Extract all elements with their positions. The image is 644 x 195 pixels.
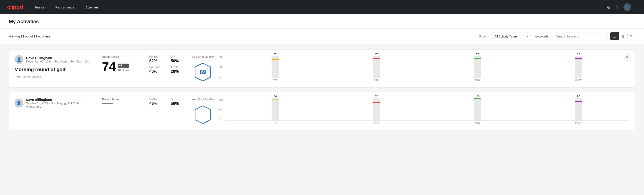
shot-quality-section: Avg Shot Quality 89 100 50 0	[192, 55, 630, 82]
page-header: My Activities	[0, 14, 644, 28]
score-details: +4 18 Holes	[118, 64, 129, 73]
stat-row-top: FW Hit 62% GIR 50%	[149, 55, 185, 63]
chart-x-label-ott: OTT	[226, 79, 324, 82]
hexagon-container: 89	[192, 62, 214, 82]
activity-title: Morning round of golf	[14, 67, 95, 72]
avatar: 👤	[14, 98, 23, 108]
bar-group-ott: 85	[226, 56, 324, 78]
stat-value: 28%	[171, 69, 185, 74]
score-badge: +4	[118, 64, 129, 68]
user-icon: 👤	[16, 100, 21, 106]
view-list-compact-button[interactable]: ☰	[610, 32, 619, 40]
chart-bars: 94 82	[225, 98, 630, 121]
sq-col: Avg Shot Quality 89	[192, 55, 214, 82]
show-label: Show:	[479, 34, 487, 38]
stat-row-bottom: Up/Down 43% 1 Putt 28%	[149, 66, 185, 74]
user-chevron-icon[interactable]: ▾	[636, 6, 637, 9]
chart-x-label-ott: OTT	[226, 122, 324, 124]
stat-fw-hit: FW Hit 43%	[149, 98, 164, 106]
user-name: Dave Billingham	[26, 98, 95, 102]
page-title: My Activities	[9, 19, 39, 28]
score-holes: 18 Holes	[118, 68, 129, 72]
nav-performance[interactable]: Performance ▾	[54, 4, 78, 11]
filter-bar: Viewing 12 out of 29 Activities Show: Al…	[0, 28, 644, 44]
stat-value: 62%	[149, 59, 164, 63]
sq-label: Avg Shot Quality	[192, 55, 214, 58]
user-info: Dave Billingham December 05, 2021 · Gog …	[26, 56, 89, 63]
search-input[interactable]	[553, 32, 606, 40]
stat-label: Up/Down	[149, 66, 164, 69]
user-row: 👤 Dave Billingham December 05, 2021 · Go…	[14, 55, 95, 64]
bar-group-app: 90	[327, 56, 426, 78]
round-score-label: Round Score	[102, 55, 142, 58]
activity-type-select[interactable]: All Activity Types	[491, 32, 531, 40]
stat-fw-hit: FW Hit 62%	[149, 55, 164, 63]
chart-x-label-putt: PUTT	[529, 122, 628, 124]
bar-chart: 100 50 0 94	[219, 98, 630, 124]
bar-group-app: 82	[327, 98, 426, 120]
user-row: 👤 Dave Billingham October 16, 2021 · Gog…	[14, 98, 95, 108]
chart-x-label-arg: ARG	[428, 79, 526, 82]
score-line	[102, 103, 113, 104]
add-button[interactable]: ⊕	[607, 4, 611, 10]
user-name: Dave Billingham	[26, 56, 89, 60]
chart-y-labels: 100 50 0	[219, 56, 223, 78]
avatar: 👤	[14, 55, 24, 64]
navbar: clippd Teams ▾ Performance ▾ Activities …	[0, 0, 644, 14]
stat-label: GIR	[171, 55, 185, 58]
stat-value: 56%	[171, 101, 185, 106]
stat-label: FW Hit	[149, 55, 164, 58]
stat-label: FW Hit	[149, 98, 164, 101]
hexagon-value: 89	[200, 69, 206, 76]
user-date: October 16, 2021 · Gog Magog Golf Club -…	[26, 102, 95, 108]
stat-label: GIR	[171, 98, 185, 101]
user-info: Dave Billingham October 16, 2021 · Gog M…	[26, 98, 95, 108]
stat-up-down: Up/Down 43%	[149, 66, 164, 74]
keywords-label: Keywords:	[535, 34, 549, 38]
user-date: December 05, 2021 · Gog Magog Golf Club …	[26, 60, 89, 63]
stat-label: 1 Putt	[171, 66, 185, 69]
shot-quality-section: Avg Shot Quality 100 50 0	[192, 98, 630, 125]
svg-marker-1	[195, 106, 211, 124]
nav-activities[interactable]: Activities	[84, 4, 100, 11]
bar-group-ott: 94	[226, 98, 324, 120]
nav-teams[interactable]: Teams ▾	[34, 4, 47, 11]
chevron-down-icon: ▾	[45, 6, 46, 8]
stat-value: 50%	[171, 59, 185, 63]
view-list-full-button[interactable]: ≡	[628, 32, 635, 40]
user-icon: 👤	[625, 5, 630, 9]
content: ✏ 👤 Dave Billingham December 05, 2021 · …	[0, 44, 644, 140]
stat-value: 43%	[149, 69, 164, 74]
stat-gir: GIR 56%	[171, 98, 185, 106]
hexagon	[193, 105, 213, 125]
stat-gir: GIR 50%	[171, 55, 185, 63]
activity-card: ✏ 👤 Dave Billingham December 05, 2021 · …	[9, 50, 635, 88]
card-left: 👤 Dave Billingham December 05, 2021 · Go…	[14, 55, 95, 78]
bar-group-arg: 89	[428, 56, 527, 78]
chevron-down-icon: ▾	[76, 6, 76, 8]
view-toggle: ☰ ⊞ ≡	[610, 32, 635, 40]
round-score-section: Round Score 74 +4 18 Holes	[102, 55, 142, 73]
chart-y-labels: 100 50 0	[219, 98, 223, 121]
viewing-info: Viewing 12 out of 29 Activities	[9, 34, 475, 38]
data-source: Data Source: Arccos	[14, 75, 95, 78]
stat-row-top: FW Hit 43% GIR 56%	[149, 98, 185, 106]
chart-x-label-app: APP	[327, 122, 425, 124]
app-logo[interactable]: clippd	[7, 4, 23, 11]
chart-x-label-putt: PUTT	[529, 79, 628, 82]
stat-value: 43%	[149, 101, 164, 106]
activity-type-select-wrapper: All Activity Types	[491, 32, 531, 40]
chart-x-label-app: APP	[327, 79, 425, 82]
refresh-button[interactable]: ↻	[615, 4, 619, 10]
user-avatar[interactable]: 👤	[624, 3, 631, 11]
user-icon: 👤	[16, 57, 22, 62]
bar-group-arg: 106	[428, 98, 527, 120]
chart-bars: 85 90	[225, 56, 630, 78]
hexagon: 89	[193, 62, 213, 82]
round-score-section: Round Score	[102, 98, 142, 104]
activity-card: 👤 Dave Billingham October 16, 2021 · Gog…	[9, 92, 635, 130]
nav-icons: ⊕ ↻ 👤 ▾	[607, 3, 637, 11]
view-grid-button[interactable]: ⊞	[619, 32, 628, 40]
bar-chart: 100 50 0 85	[219, 56, 630, 82]
score-main	[102, 103, 142, 104]
